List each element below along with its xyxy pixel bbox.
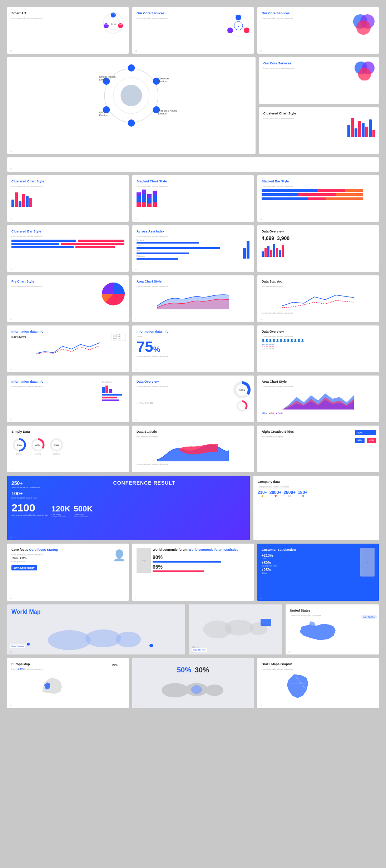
conf-120k-val: 120K — [51, 504, 70, 513]
svg-text:Design: Design — [158, 112, 167, 115]
stack-4-top — [153, 191, 157, 195]
svg-point-62 — [206, 685, 223, 696]
slide-number-14: 14 — [260, 318, 262, 320]
data-overview-bars — [262, 242, 375, 257]
cbar-1 — [11, 200, 14, 207]
conference-stats-row: 100+ Some distant link power to raise — [11, 490, 246, 499]
asia-vbar-1 — [243, 248, 246, 259]
hcbar-2a — [11, 243, 59, 245]
hcbar-row-2 — [11, 243, 124, 245]
company-stats: 210+ 👍 3000+ ❤️ 2600+ 💬 180+ ↗️ — [258, 490, 375, 497]
data-wave-svg — [137, 440, 249, 461]
gauge-60-label: Sorrento — [34, 453, 41, 455]
slide-dd-sub: Lorem ipsum dolor sit amet consectetur — [137, 386, 249, 388]
slide-number-12: 12 — [10, 318, 12, 320]
slide-core-services-2: Our Core Services Lorem ipsum dolor sit … — [257, 7, 379, 54]
it-bar-group-1 — [102, 384, 127, 393]
slide-world-map-3: 50% 30% 33 — [132, 658, 254, 708]
hstack-1-blue — [262, 189, 317, 192]
stack-2 — [142, 190, 146, 207]
stack-2-bot — [142, 202, 146, 207]
dob-6 — [276, 248, 278, 257]
hstack-3 — [262, 197, 363, 200]
slide-asia-title: Across Asia Index — [137, 230, 249, 234]
slide-stacked-bar-title: Stacked Bar Style — [262, 180, 375, 184]
slide-number-8: 08 — [260, 218, 262, 220]
row-11: World Map Major Title Here 29 Major Titl… — [7, 604, 379, 654]
slide-clustered-chart-right: Clustered Chart Style Lorem ipsum dolor … — [259, 107, 379, 154]
cbar-5 — [26, 196, 29, 207]
slide-am-sub: Lorem ipsum dolor sit amet consectetur — [262, 386, 375, 388]
svg-point-12 — [244, 28, 249, 33]
stack-3 — [147, 194, 152, 207]
europe-title: Europe Map — [11, 662, 124, 667]
hstack-1-orange — [345, 189, 363, 192]
europe-pct-2: 24% — [112, 663, 118, 667]
conf-main-title: CONFERENCE RESULT — [43, 480, 245, 486]
brazil-sub: Lorem ipsum dolor sit amet consectetur — [262, 668, 375, 670]
slide-info-line: Information data info $ 214,200.02 Item … — [7, 325, 129, 372]
conf-100-num: 100+ — [11, 491, 23, 496]
forum-bar-2 — [153, 570, 204, 572]
cbar-3 — [19, 201, 21, 207]
asia-bar-4 — [137, 258, 178, 260]
cf-sub-2: Growing direction: — [11, 560, 124, 563]
am-legend: ● Blue ● Red ● Purple — [262, 412, 375, 414]
cd-val-4: 180+ — [298, 490, 307, 495]
wm3-stat-2: 30% — [195, 666, 209, 674]
slide-info-line-title: Information data info — [11, 330, 124, 334]
wm2-label: Major Title Here — [192, 648, 207, 652]
conf-num-120k: 120K Earn money A pang at some distant — [51, 504, 70, 518]
conf-500k-val: 500K — [74, 504, 93, 513]
slide-area-chart: Area Chart Style Lorem ipsum dolor sit a… — [132, 275, 254, 322]
slide-area-body: Lorem ipsum dolor sit amet consectetur — [137, 285, 249, 288]
asia-label-3: India — [137, 250, 241, 252]
row-7: Information data info Lorem ipsum dolor … — [7, 376, 379, 422]
slide-number-7: 07 — [135, 218, 137, 220]
core-services-1-diagram: ● — [225, 13, 252, 39]
slide-right-creative: Right Creative Slides Best presentation … — [257, 426, 379, 472]
row-6: Information data info $ 214,200.02 Item … — [7, 325, 379, 372]
stack-2-top — [142, 190, 146, 194]
bar-5 — [362, 123, 365, 137]
donut-svg-2 — [236, 400, 248, 412]
stack-3-mid — [147, 198, 152, 203]
cust-lbl-1: +80% — [262, 558, 358, 560]
slide-number-22: 22 — [135, 469, 137, 471]
hstack-3-red — [308, 197, 326, 200]
dob-1 — [262, 251, 264, 257]
wm2-highlight — [261, 619, 271, 626]
it-bars — [102, 384, 127, 401]
svg-text:25%: 25% — [54, 444, 59, 447]
asia-chart-container: Mongolia China India Philippines — [137, 239, 249, 260]
slide-empty: 05 — [7, 157, 379, 172]
slide-pie-chart: Pie Chart Style Lorem ipsum dolor sit am… — [7, 275, 129, 322]
slide-number-28: 28 — [260, 597, 262, 599]
slide-big-percent: Information data info Subtitle 75 % Lore… — [132, 325, 254, 372]
stack-2-mid — [142, 194, 146, 202]
asia-vbar — [243, 239, 249, 259]
dob-8 — [282, 245, 284, 257]
wm2-sub: Click here — [192, 646, 199, 648]
it-hbar-1 — [102, 394, 122, 396]
rc-bottom-boxes: 92% 45% — [355, 437, 377, 444]
slide-venn-overlap: Our Core Services Lorem ipsum dolor sit … — [259, 57, 379, 104]
simply-data-gauges: 75% Repent 60% Sorrento 25% — [11, 437, 124, 456]
hstack-2-orange — [336, 193, 363, 196]
cd-val-2: 3000+ — [269, 490, 282, 495]
data-num-2: 3,900 — [277, 235, 290, 241]
conf-250-label: Some distant link has power to raise — [11, 486, 40, 489]
slide-brazil-map: Brazil Maps Graphic Lorem ipsum dolor si… — [257, 658, 379, 708]
hstack-1-red — [317, 189, 345, 192]
person-icons: 👤 👤 👤 👤 👤 👤 👤 👤 👤 👤 👤 👤 — [262, 339, 375, 342]
cbar-4 — [22, 194, 25, 207]
slide-number-24: 24 — [10, 536, 12, 539]
slide-number-18: 18 — [10, 418, 12, 421]
cust-lbl-2: Development team — [262, 565, 358, 567]
slide-cd-title: Company data — [258, 480, 375, 484]
conf-big-numbers: 2100 A pang at some distant link has pow… — [11, 502, 246, 518]
dob-2 — [264, 248, 267, 257]
conf-stat-250: 250+ Some distant link has power to rais… — [11, 480, 40, 489]
rc-box-92: 92% — [355, 438, 365, 443]
slide-number-13: 13 — [135, 318, 137, 320]
